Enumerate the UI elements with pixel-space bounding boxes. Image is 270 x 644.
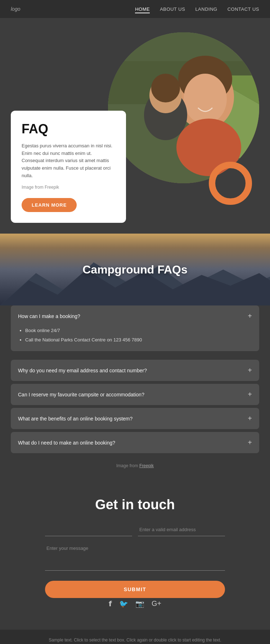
contact-section: Get in touch SUBMIT  t ⓘ G+ 𝗳 🐦 📷 G+	[0, 483, 270, 630]
googleplus-icon-2[interactable]: G+	[152, 599, 161, 608]
freepik-link[interactable]: Freepik	[139, 463, 154, 468]
accordion-question-5: What do I need to make an online booking…	[18, 440, 115, 446]
accordion-header-3[interactable]: Can I reserve my favourite campsite or a…	[11, 384, 259, 405]
instagram-icon-2[interactable]: 📷	[135, 599, 144, 608]
faq-accordion-section: How can I make a booking? + Book online …	[0, 305, 270, 483]
accordion-question-2: Why do you need my email address and con…	[18, 368, 147, 373]
hero-image	[108, 32, 259, 183]
email-input[interactable]	[138, 523, 225, 536]
accordion-item-4: What are the benefits of an online booki…	[11, 408, 259, 429]
nav-landing[interactable]: LANDING	[195, 6, 217, 12]
navbar: logo HOME ABOUT US LANDING CONTACT US	[0, 0, 270, 18]
accordion-header-5[interactable]: What do I need to make an online booking…	[11, 432, 259, 453]
accordion-plus-icon-3: +	[248, 390, 252, 399]
accordion-item-1: How can I make a booking? + Book online …	[11, 305, 259, 351]
accordion-body-1: Book online 24/7 Call the National Parks…	[11, 327, 259, 351]
nav-logo: logo	[11, 6, 20, 12]
submit-button[interactable]: SUBMIT	[45, 581, 225, 598]
facebook-icon-2[interactable]: 𝗳	[109, 599, 112, 608]
nav-links: HOME ABOUT US LANDING CONTACT US	[135, 6, 259, 12]
faq-card-description: Egestas purus viverra accumsan in nisl n…	[22, 142, 115, 180]
accordion-question-1: How can I make a booking?	[18, 313, 80, 319]
accordion-header-2[interactable]: Why do you need my email address and con…	[11, 360, 259, 381]
accordion-header-4[interactable]: What are the benefits of an online booki…	[11, 408, 259, 429]
contact-form: SUBMIT	[45, 523, 225, 607]
accordion-plus-icon-4: +	[248, 414, 252, 423]
nav-contact[interactable]: CONTACT US	[228, 6, 259, 12]
nav-about[interactable]: ABOUT US	[160, 6, 185, 12]
accordion-plus-icon-5: +	[248, 438, 252, 447]
accordion-question-4: What are the benefits of an online booki…	[18, 416, 132, 422]
name-input[interactable]	[45, 523, 132, 536]
learn-more-button[interactable]: LEARN MORE	[22, 198, 77, 212]
faq-card: FAQ Egestas purus viverra accumsan in ni…	[11, 111, 126, 223]
accordion-question-3: Can I reserve my favourite campsite or a…	[18, 392, 144, 397]
twitter-icon-2[interactable]: 🐦	[119, 599, 128, 608]
accordion-item-5: What do I need to make an online booking…	[11, 432, 259, 453]
mountain-banner: Campground FAQs	[0, 234, 270, 305]
footer: Sample text. Click to select the text bo…	[0, 630, 270, 644]
faq-image-credit: Image from Freepik	[22, 184, 115, 191]
campground-faq-title: Campground FAQs	[82, 263, 188, 276]
faq-card-title: FAQ	[22, 121, 115, 137]
accordion-answer-item-1-1: Book online 24/7	[25, 327, 252, 335]
accordion-answer-item-1-2: Call the National Parks Contact Centre o…	[25, 336, 252, 344]
nav-home[interactable]: HOME	[135, 6, 150, 13]
decorative-orange-circle	[209, 162, 252, 205]
hero-section: FAQ Egestas purus viverra accumsan in ni…	[0, 18, 270, 234]
accordion-plus-icon-2: +	[248, 366, 252, 374]
campground-image-credit: Image from Freepik	[11, 456, 259, 475]
accordion-item-2: Why do you need my email address and con…	[11, 360, 259, 381]
footer-text: Sample text. Click to select the text bo…	[11, 637, 259, 644]
form-name-email-row	[45, 523, 225, 536]
accordion-header-1[interactable]: How can I make a booking? +	[11, 305, 259, 327]
accordion-item-3: Can I reserve my favourite campsite or a…	[11, 384, 259, 405]
accordion-plus-icon-1: +	[248, 312, 252, 320]
contact-title: Get in touch	[11, 497, 259, 512]
message-textarea[interactable]	[45, 542, 225, 571]
svg-rect-12	[108, 32, 259, 183]
